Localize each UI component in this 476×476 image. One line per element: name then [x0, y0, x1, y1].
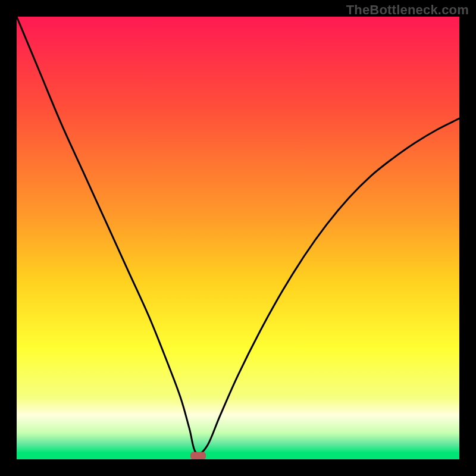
watermark-text: TheBottleneck.com	[346, 2, 469, 18]
optimum-marker	[190, 452, 206, 459]
chart-svg	[17, 17, 459, 459]
plot-area	[17, 17, 459, 459]
gradient-background	[17, 17, 459, 459]
chart-container: TheBottleneck.com	[0, 0, 476, 476]
